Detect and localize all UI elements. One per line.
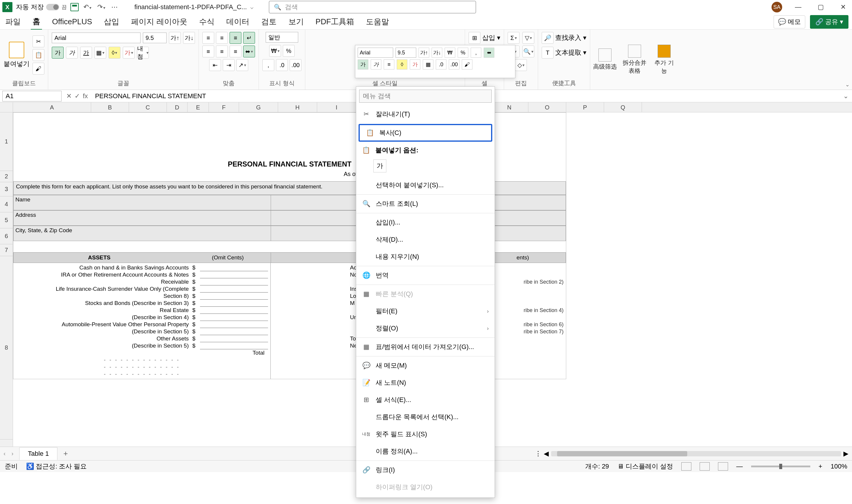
- tab-formulas[interactable]: 수식: [197, 14, 216, 29]
- orientation-icon[interactable]: ↗: [236, 59, 248, 71]
- status-display[interactable]: 🖥 디스플레이 설정: [617, 462, 673, 471]
- tab-help[interactable]: 도움말: [364, 14, 391, 29]
- cm-define-name[interactable]: 이름 정의(A)...: [356, 443, 495, 460]
- text-extract-icon[interactable]: T: [542, 47, 554, 58]
- autosum-icon[interactable]: Σ: [508, 32, 520, 44]
- row-header[interactable]: 8: [0, 256, 13, 439]
- mini-merge[interactable]: ⬌: [484, 48, 494, 58]
- mini-percent[interactable]: %: [458, 48, 468, 58]
- tab-data[interactable]: 데이터: [224, 14, 251, 29]
- name-box[interactable]: [2, 91, 61, 102]
- mini-border[interactable]: ▦: [423, 59, 433, 70]
- number-format-select[interactable]: [266, 32, 298, 42]
- mini-dec00[interactable]: .00: [449, 59, 459, 70]
- mini-align[interactable]: ≡: [384, 59, 394, 70]
- percent-icon[interactable]: %: [283, 45, 295, 57]
- indent-dec-icon[interactable]: ⇤: [209, 59, 221, 71]
- tab-file[interactable]: 파일: [3, 14, 22, 29]
- fill-color-button[interactable]: ◊: [109, 47, 121, 58]
- col-header-E[interactable]: E: [187, 102, 209, 112]
- cm-delete[interactable]: 삭제(D)...: [356, 231, 495, 248]
- memo-button[interactable]: 💬 메모: [774, 15, 805, 29]
- split-merge-button[interactable]: 拆分合并表格: [620, 30, 649, 90]
- fb-confirm-icon[interactable]: ✓: [75, 92, 80, 100]
- scroll-menu-icon[interactable]: ⋮: [535, 450, 541, 457]
- mini-italic[interactable]: 가: [371, 59, 381, 70]
- cm-new-note[interactable]: 📝새 노트(N): [356, 374, 495, 391]
- cm-sort[interactable]: 정렬(O)›: [356, 320, 495, 337]
- sort-filter-icon[interactable]: ▽: [523, 32, 534, 44]
- col-header-D[interactable]: D: [167, 102, 187, 112]
- adv-filter-button[interactable]: 高级筛选: [590, 30, 620, 90]
- col-header-F[interactable]: F: [209, 102, 239, 112]
- align-center-icon[interactable]: ≡: [216, 46, 228, 57]
- redo-button[interactable]: ↷: [96, 2, 107, 12]
- row-header[interactable]: 6: [0, 228, 13, 244]
- mini-font-input[interactable]: [358, 48, 393, 58]
- underline-button[interactable]: 가: [80, 47, 92, 58]
- cm-copy[interactable]: 📋복사(C): [359, 124, 492, 142]
- find-input-icon[interactable]: 🔎: [542, 32, 554, 44]
- format-painter-icon[interactable]: 🖌: [33, 63, 44, 74]
- h-scrollbar[interactable]: ⋮ ◀ ▶: [535, 451, 849, 457]
- decrease-font-icon[interactable]: 가↓: [183, 32, 195, 44]
- qat-dropdown[interactable]: ⋯: [110, 2, 119, 12]
- copy-icon[interactable]: 📋: [33, 49, 44, 61]
- mini-painter[interactable]: 🖌: [462, 59, 472, 70]
- wrap-text-icon[interactable]: ↵: [243, 32, 255, 44]
- maximize-button[interactable]: ▢: [814, 3, 827, 11]
- row-header[interactable]: 7: [0, 244, 13, 256]
- mini-bold[interactable]: 가: [358, 59, 368, 70]
- tab-home[interactable]: 홈: [31, 14, 42, 30]
- col-header-P[interactable]: P: [566, 102, 604, 112]
- scroll-thumb[interactable]: [557, 451, 687, 456]
- tab-pdf[interactable]: PDF工具箱: [314, 14, 356, 29]
- tab-review[interactable]: 검토: [259, 14, 278, 29]
- mini-comma[interactable]: ,: [471, 48, 481, 58]
- mini-size-input[interactable]: [396, 48, 416, 58]
- cm-format-cells[interactable]: ⊞셀 서식(E)...: [356, 391, 495, 409]
- cm-cut[interactable]: ✂잘라내기(T): [356, 106, 495, 123]
- cm-insert[interactable]: 삽입(I)...: [356, 214, 495, 231]
- bold-button[interactable]: 가: [52, 47, 64, 58]
- view-normal[interactable]: [681, 462, 691, 471]
- close-button[interactable]: ✕: [837, 3, 850, 11]
- cm-dropdown-list[interactable]: 드롭다운 목록에서 선택(K)...: [356, 409, 495, 426]
- tab-officeplus[interactable]: OfficePLUS: [50, 15, 94, 29]
- mini-fill[interactable]: ◊: [397, 59, 407, 70]
- row-header[interactable]: 2: [0, 171, 13, 182]
- addins-button[interactable]: 추가 기능: [649, 30, 679, 90]
- col-header-G[interactable]: G: [239, 102, 278, 112]
- share-button[interactable]: 🔗 공유 ▾: [810, 15, 849, 29]
- find-icon[interactable]: 🔍: [523, 46, 534, 57]
- autosave-toggle[interactable]: 자동 저장 끔: [16, 3, 67, 12]
- font-name-input[interactable]: [52, 33, 141, 43]
- zoom-out[interactable]: —: [736, 463, 743, 470]
- cut-icon[interactable]: ✂: [33, 36, 44, 47]
- fx-icon[interactable]: fx: [83, 92, 88, 100]
- file-dropdown-caret[interactable]: ⌵: [250, 4, 254, 10]
- col-header-B[interactable]: B: [91, 102, 129, 112]
- menu-search-input[interactable]: [359, 90, 492, 103]
- avatar[interactable]: SA: [772, 2, 782, 13]
- status-accessibility[interactable]: ♿ 접근성: 조사 필요: [26, 462, 87, 471]
- add-sheet[interactable]: +: [63, 449, 68, 458]
- currency-icon[interactable]: ₩: [269, 45, 281, 57]
- inc-decimal-icon[interactable]: .0: [276, 59, 288, 71]
- minimize-button[interactable]: —: [792, 3, 805, 11]
- chevron-down-icon[interactable]: ▾: [583, 49, 586, 56]
- select-all-corner[interactable]: [0, 102, 13, 112]
- increase-font-icon[interactable]: 가↑: [169, 32, 181, 44]
- align-bot-icon[interactable]: ≡: [230, 32, 241, 44]
- zoom-in[interactable]: +: [819, 463, 822, 470]
- search-box[interactable]: 🔍 검색: [269, 1, 476, 13]
- cm-show-row[interactable]: 내첨윗주 필드 표시(S): [356, 426, 495, 443]
- cm-new-comment[interactable]: 💬새 메모(M): [356, 357, 495, 374]
- align-top-icon[interactable]: ≡: [202, 32, 214, 44]
- phonetic-button[interactable]: 내첨: [137, 47, 149, 58]
- col-header-N[interactable]: N: [490, 102, 528, 112]
- row-header[interactable]: 1: [0, 112, 13, 171]
- col-header-I[interactable]: I: [317, 102, 356, 112]
- comma-icon[interactable]: ,: [262, 59, 274, 71]
- sheet-prev[interactable]: ‹: [3, 450, 6, 457]
